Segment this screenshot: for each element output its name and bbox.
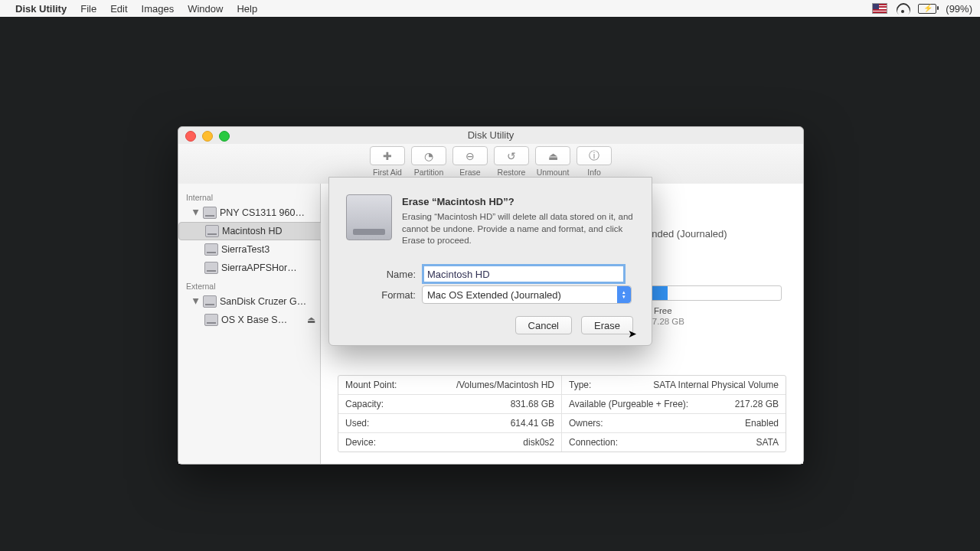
menubar: Disk Utility File Edit Images Window Hel…: [0, 0, 980, 17]
format-label: Format:: [374, 289, 416, 301]
info-cell: Mount Point:/Volumes/Macintosh HD: [338, 376, 562, 395]
erase-dialog: Erase “Macintosh HD”? Erasing “Macintosh…: [328, 177, 652, 346]
sidebar-item-disk[interactable]: ▶SanDisk Cruzer G…: [178, 292, 320, 311]
disclosure-icon[interactable]: ▶: [192, 209, 201, 217]
sidebar-item-volume[interactable]: OS X Base S…⏏: [178, 311, 320, 329]
minimize-button[interactable]: [202, 131, 213, 142]
toolbar-partition[interactable]: ◔Partition: [410, 146, 447, 177]
battery-icon[interactable]: ⚡: [918, 4, 936, 14]
drive-icon: [346, 194, 392, 240]
chevron-up-down-icon: ▴▾: [617, 286, 631, 303]
toolbar-first-aid[interactable]: ✚First Aid: [369, 146, 406, 177]
info-cell: Available (Purgeable + Free):217.28 GB: [562, 395, 786, 414]
menu-file[interactable]: File: [80, 3, 96, 15]
erase-button[interactable]: Erase: [581, 316, 633, 334]
sidebar-item-volume[interactable]: SierraTest3: [178, 240, 320, 259]
dialog-description: Erasing “Macintosh HD” will delete all d…: [402, 211, 638, 247]
sidebar: Internal ▶PNY CS1311 960… Macintosh HD S…: [178, 184, 321, 464]
disk-icon: [203, 295, 217, 308]
menu-edit[interactable]: Edit: [110, 3, 127, 15]
wifi-icon[interactable]: [897, 4, 909, 13]
sidebar-header-external: External: [178, 277, 320, 292]
toolbar-erase[interactable]: ⊖Erase: [452, 146, 488, 177]
info-cell: Type:SATA Internal Physical Volume: [562, 376, 786, 395]
volume-icon: [205, 225, 219, 237]
format-value: Mac OS Extended (Journaled): [427, 289, 561, 301]
info-cell: Device:disk0s2: [338, 433, 562, 452]
volume-icon: [204, 314, 218, 326]
info-cell: Used:614.41 GB: [338, 414, 562, 433]
app-menu[interactable]: Disk Utility: [15, 3, 67, 15]
info-table: Mount Point:/Volumes/Macintosh HD Type:S…: [338, 375, 786, 452]
toolbar-restore[interactable]: ↺Restore: [493, 146, 530, 177]
toolbar-info[interactable]: ⓘInfo: [576, 146, 612, 177]
eject-icon[interactable]: ⏏: [307, 315, 315, 325]
name-label: Name:: [374, 269, 416, 280]
menu-images[interactable]: Images: [142, 3, 175, 15]
info-cell: Connection:SATA: [562, 433, 786, 452]
disclosure-icon[interactable]: ▶: [192, 298, 201, 305]
input-source-flag-icon[interactable]: [872, 3, 887, 14]
window-title: Disk Utility: [468, 129, 514, 141]
dialog-title: Erase “Macintosh HD”?: [402, 196, 514, 207]
cancel-button[interactable]: Cancel: [515, 316, 572, 334]
zoom-button[interactable]: [219, 131, 230, 142]
window-titlebar[interactable]: Disk Utility: [178, 127, 803, 144]
name-input[interactable]: [422, 264, 626, 284]
info-cell: Capacity:831.68 GB: [338, 395, 562, 414]
menu-window[interactable]: Window: [188, 3, 223, 15]
info-cell: Owners:Enabled: [562, 414, 786, 433]
sidebar-item-volume[interactable]: SierraAPFSHor…: [178, 259, 320, 277]
sidebar-item-disk[interactable]: ▶PNY CS1311 960…: [178, 204, 320, 222]
sidebar-header-internal: Internal: [178, 188, 320, 204]
toolbar-unmount[interactable]: ⏏Unmount: [534, 146, 571, 177]
volume-icon: [204, 243, 218, 256]
disk-icon: [203, 207, 217, 219]
menu-help[interactable]: Help: [237, 3, 257, 15]
battery-percent: (99%): [946, 3, 972, 15]
volume-icon: [204, 262, 218, 274]
close-button[interactable]: [185, 131, 196, 142]
format-select[interactable]: Mac OS Extended (Journaled) ▴▾: [422, 285, 632, 304]
